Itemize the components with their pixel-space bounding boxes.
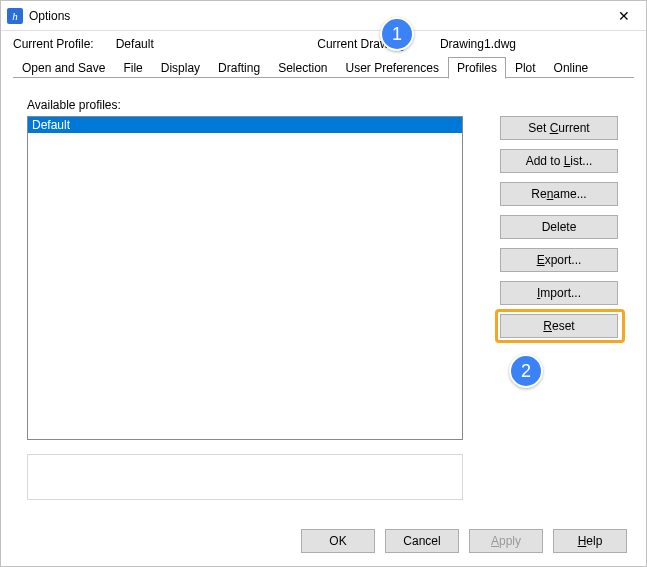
tab-file[interactable]: File xyxy=(114,57,151,78)
reset-button-highlight: Reset xyxy=(495,309,625,343)
dialog-buttons: OK Cancel Apply Help xyxy=(301,529,627,553)
delete-button[interactable]: Delete xyxy=(500,215,618,239)
export-button[interactable]: Export... xyxy=(500,248,618,272)
tab-profiles[interactable]: Profiles xyxy=(448,57,506,79)
apply-button: Apply xyxy=(469,529,543,553)
current-profile-value: Default xyxy=(116,37,154,51)
callout-1: 1 xyxy=(380,17,414,51)
titlebar: h Options ✕ xyxy=(1,1,646,31)
close-button[interactable]: ✕ xyxy=(602,1,646,31)
current-drawing-value: Drawing1.dwg xyxy=(440,37,516,51)
list-item[interactable]: Default xyxy=(28,117,462,133)
ok-button[interactable]: OK xyxy=(301,529,375,553)
available-profiles-label: Available profiles: xyxy=(27,98,478,112)
tab-content: Available profiles: Default Set Current … xyxy=(1,78,646,558)
tab-bar: Open and Save File Display Drafting Sele… xyxy=(1,57,646,78)
profile-description-box xyxy=(27,454,463,500)
tab-open-and-save[interactable]: Open and Save xyxy=(13,57,114,78)
tab-user-preferences[interactable]: User Preferences xyxy=(337,57,448,78)
set-current-button[interactable]: Set Current xyxy=(500,116,618,140)
rename-button[interactable]: Rename... xyxy=(500,182,618,206)
reset-button[interactable]: Reset xyxy=(500,314,618,338)
current-profile-label: Current Profile: xyxy=(13,37,94,51)
tab-display[interactable]: Display xyxy=(152,57,209,78)
available-profiles-listbox[interactable]: Default xyxy=(27,116,463,440)
tab-selection[interactable]: Selection xyxy=(269,57,336,78)
info-row: Current Profile: Default Current Drawing… xyxy=(1,31,646,55)
add-to-list-button[interactable]: Add to List... xyxy=(500,149,618,173)
import-button[interactable]: Import... xyxy=(500,281,618,305)
help-button[interactable]: Help xyxy=(553,529,627,553)
tab-drafting[interactable]: Drafting xyxy=(209,57,269,78)
app-icon: h xyxy=(7,8,23,24)
cancel-button[interactable]: Cancel xyxy=(385,529,459,553)
side-button-column: Set Current Add to List... Rename... Del… xyxy=(500,98,620,500)
tab-plot[interactable]: Plot xyxy=(506,57,545,78)
tab-online[interactable]: Online xyxy=(545,57,598,78)
callout-2: 2 xyxy=(509,354,543,388)
window-title: Options xyxy=(29,9,602,23)
